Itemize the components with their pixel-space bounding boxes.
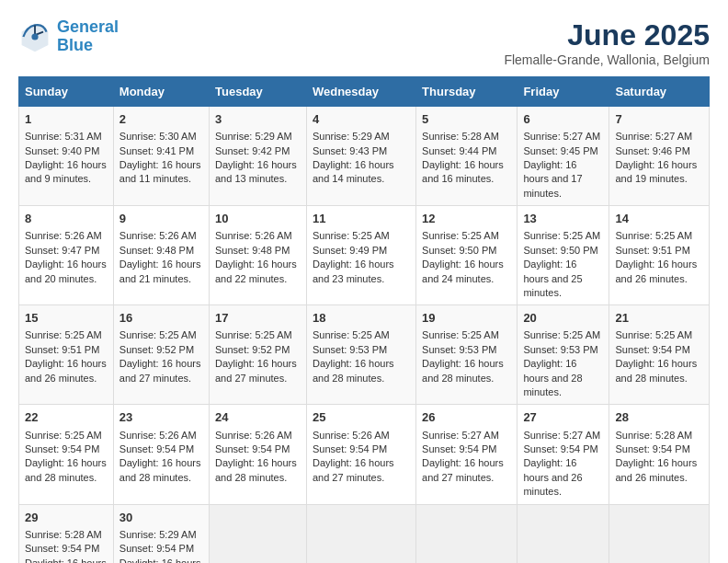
sunset-text: Sunset: 9:54 PM	[313, 443, 387, 454]
table-row: 4 Sunrise: 5:29 AM Sunset: 9:43 PM Dayli…	[306, 107, 415, 206]
daylight-text: Daylight: 16 hours and 21 minutes.	[119, 259, 201, 283]
daylight-text: Daylight: 16 hours and 16 minutes.	[422, 159, 504, 184]
col-wednesday: Wednesday	[306, 77, 415, 107]
col-tuesday: Tuesday	[210, 77, 307, 107]
sunset-text: Sunset: 9:53 PM	[313, 344, 387, 355]
sunset-text: Sunset: 9:54 PM	[615, 344, 689, 355]
daylight-text: Daylight: 16 hours and 28 minutes.	[523, 358, 582, 397]
sunrise-text: Sunrise: 5:27 AM	[523, 430, 600, 441]
sunset-text: Sunset: 9:51 PM	[615, 245, 689, 256]
sunset-text: Sunset: 9:54 PM	[119, 443, 194, 454]
table-row: 14 Sunrise: 5:25 AM Sunset: 9:51 PM Dayl…	[609, 206, 710, 305]
sunrise-text: Sunrise: 5:26 AM	[215, 430, 292, 441]
sunrise-text: Sunrise: 5:25 AM	[615, 230, 692, 241]
sunset-text: Sunset: 9:54 PM	[25, 543, 99, 554]
calendar-week-row: 1 Sunrise: 5:31 AM Sunset: 9:40 PM Dayli…	[19, 107, 710, 206]
day-number: 28	[615, 409, 703, 426]
daylight-text: Daylight: 16 hours and 28 minutes.	[119, 457, 201, 482]
sunrise-text: Sunrise: 5:25 AM	[313, 329, 390, 340]
daylight-text: Daylight: 16 hours and 28 minutes.	[615, 358, 697, 383]
table-row: 5 Sunrise: 5:28 AM Sunset: 9:44 PM Dayli…	[416, 107, 518, 206]
table-row: 12 Sunrise: 5:25 AM Sunset: 9:50 PM Dayl…	[416, 206, 518, 305]
sunrise-text: Sunrise: 5:25 AM	[422, 329, 499, 340]
sunset-text: Sunset: 9:54 PM	[422, 443, 496, 454]
table-row: 6 Sunrise: 5:27 AM Sunset: 9:45 PM Dayli…	[518, 107, 609, 206]
sunrise-text: Sunrise: 5:26 AM	[119, 230, 197, 241]
table-row: 16 Sunrise: 5:25 AM Sunset: 9:52 PM Dayl…	[113, 305, 209, 405]
day-number: 16	[119, 310, 203, 327]
table-row: 27 Sunrise: 5:27 AM Sunset: 9:54 PM Dayl…	[518, 405, 609, 504]
daylight-text: Daylight: 16 hours and 22 minutes.	[215, 259, 297, 283]
svg-point-1	[31, 33, 38, 40]
daylight-text: Daylight: 16 hours and 25 minutes.	[523, 259, 582, 298]
sunrise-text: Sunrise: 5:29 AM	[313, 131, 390, 142]
day-number: 13	[523, 211, 603, 227]
calendar-table: Sunday Monday Tuesday Wednesday Thursday…	[18, 76, 710, 563]
table-row: 30 Sunrise: 5:29 AM Sunset: 9:54 PM Dayl…	[113, 504, 209, 563]
sunrise-text: Sunrise: 5:26 AM	[215, 230, 292, 241]
table-row: 8 Sunrise: 5:26 AM Sunset: 9:47 PM Dayli…	[19, 206, 114, 305]
day-number: 6	[523, 111, 603, 128]
table-row: 25 Sunrise: 5:26 AM Sunset: 9:54 PM Dayl…	[306, 405, 415, 504]
sunset-text: Sunset: 9:46 PM	[615, 145, 689, 156]
daylight-text: Daylight: 16 hours and 26 minutes.	[615, 259, 697, 283]
sunset-text: Sunset: 9:53 PM	[422, 344, 496, 355]
calendar-header-row: Sunday Monday Tuesday Wednesday Thursday…	[19, 77, 710, 107]
col-saturday: Saturday	[609, 77, 710, 107]
table-row	[306, 504, 415, 563]
daylight-text: Daylight: 16 hours and 27 minutes.	[422, 457, 504, 482]
table-row	[210, 504, 307, 563]
calendar-week-row: 29 Sunrise: 5:28 AM Sunset: 9:54 PM Dayl…	[19, 504, 710, 563]
daylight-text: Daylight: 16 hours and 28 minutes.	[313, 358, 394, 383]
daylight-text: Daylight: 16 hours and 19 minutes.	[615, 159, 697, 184]
sunrise-text: Sunrise: 5:25 AM	[119, 329, 197, 340]
day-number: 20	[523, 310, 603, 327]
day-number: 10	[215, 211, 301, 227]
daylight-text: Daylight: 16 hours and 13 minutes.	[215, 159, 297, 184]
daylight-text: Daylight: 16 hours and 24 minutes.	[119, 557, 201, 563]
daylight-text: Daylight: 16 hours and 26 minutes.	[523, 457, 582, 497]
sunset-text: Sunset: 9:47 PM	[25, 245, 99, 256]
table-row: 22 Sunrise: 5:25 AM Sunset: 9:54 PM Dayl…	[19, 405, 114, 504]
sunrise-text: Sunrise: 5:25 AM	[215, 329, 292, 340]
sunrise-text: Sunrise: 5:25 AM	[523, 230, 600, 241]
sunrise-text: Sunrise: 5:27 AM	[615, 131, 692, 142]
logo: General Blue	[18, 18, 119, 55]
day-number: 18	[313, 310, 410, 327]
sunset-text: Sunset: 9:54 PM	[215, 443, 290, 454]
logo-text: General Blue	[57, 18, 119, 55]
col-thursday: Thursday	[416, 77, 518, 107]
table-row: 21 Sunrise: 5:25 AM Sunset: 9:54 PM Dayl…	[609, 305, 710, 405]
table-row: 11 Sunrise: 5:25 AM Sunset: 9:49 PM Dayl…	[306, 206, 415, 305]
table-row: 20 Sunrise: 5:25 AM Sunset: 9:53 PM Dayl…	[518, 305, 609, 405]
sunset-text: Sunset: 9:54 PM	[615, 443, 689, 454]
logo-icon	[18, 20, 51, 53]
sunset-text: Sunset: 9:50 PM	[422, 245, 496, 256]
day-number: 7	[615, 111, 703, 128]
day-number: 24	[215, 409, 301, 426]
col-sunday: Sunday	[19, 77, 114, 107]
sunset-text: Sunset: 9:45 PM	[523, 145, 597, 156]
day-number: 25	[313, 409, 410, 426]
daylight-text: Daylight: 16 hours and 24 minutes.	[422, 259, 504, 283]
day-number: 27	[523, 409, 603, 426]
sunrise-text: Sunrise: 5:29 AM	[215, 131, 292, 142]
daylight-text: Daylight: 16 hours and 28 minutes.	[25, 457, 107, 482]
sunrise-text: Sunrise: 5:27 AM	[523, 131, 600, 142]
sunrise-text: Sunrise: 5:28 AM	[615, 430, 692, 441]
sunset-text: Sunset: 9:49 PM	[313, 245, 387, 256]
daylight-text: Daylight: 16 hours and 11 minutes.	[119, 159, 201, 184]
sunset-text: Sunset: 9:43 PM	[313, 145, 387, 156]
table-row: 29 Sunrise: 5:28 AM Sunset: 9:54 PM Dayl…	[19, 504, 114, 563]
table-row: 18 Sunrise: 5:25 AM Sunset: 9:53 PM Dayl…	[306, 305, 415, 405]
logo-line2: Blue	[57, 36, 93, 54]
table-row: 15 Sunrise: 5:25 AM Sunset: 9:51 PM Dayl…	[19, 305, 114, 405]
daylight-text: Daylight: 16 hours and 17 minutes.	[523, 159, 582, 199]
title-area: June 2025 Flemalle-Grande, Wallonia, Bel…	[504, 18, 710, 67]
col-friday: Friday	[518, 77, 609, 107]
day-number: 22	[25, 409, 108, 426]
daylight-text: Daylight: 16 hours and 25 minutes.	[25, 557, 107, 563]
day-number: 8	[25, 211, 108, 227]
table-row: 10 Sunrise: 5:26 AM Sunset: 9:48 PM Dayl…	[210, 206, 307, 305]
calendar-week-row: 22 Sunrise: 5:25 AM Sunset: 9:54 PM Dayl…	[19, 405, 710, 504]
